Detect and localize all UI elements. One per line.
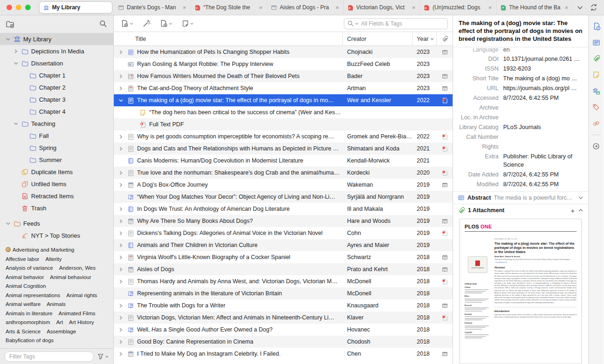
abstract-section[interactable]: Abstract The media is a powerful forc… [453,191,588,204]
tag-filter-options-button[interactable] [97,353,109,360]
table-row[interactable]: How Famous Writers Mourned the Death of … [114,70,453,82]
search-input[interactable] [360,20,444,27]
related-icon[interactable] [590,117,602,130]
tab-victorian-dogs-vict[interactable]: Victorian Dogs, Vict× [344,0,420,15]
expand-twisty-icon[interactable] [118,135,124,138]
table-row[interactable]: Virginia Woolf's Little-Known Biography … [114,251,453,263]
chevron-down-icon[interactable] [578,195,584,201]
tag-anderson-wes[interactable]: Anderson, Wes [59,264,95,273]
info-icon[interactable] [590,20,602,32]
field-value[interactable]: 8/7/2024, 6:42:55 PM [503,170,584,179]
tag-animal-cognition[interactable]: Animal Cognition [6,282,46,291]
tab-close-button[interactable]: × [564,5,569,11]
tab-un-muzzled-dogs[interactable]: (Un)muzzled: Dogs× [420,0,497,15]
expand-twisty-icon[interactable] [118,280,124,283]
sidebar-item-duplicate-items[interactable]: Duplicate Items [0,166,113,178]
tag-arts-science[interactable]: Arts & Science [6,327,40,337]
column-header-creator[interactable]: Creator [343,32,413,46]
expand-twisty-icon[interactable] [118,183,124,187]
expand-twisty-icon[interactable] [118,267,124,271]
table-row[interactable]: Why Are There So Many Books About Dogs?H… [114,215,453,227]
tag-babyfication-of-dogs[interactable]: Babyfication of dogs [6,336,54,345]
tag-animal-behaviour[interactable]: Animal behaviour [50,273,91,282]
table-row[interactable]: I Tried to Make My Dog an Instagram Cele… [114,348,453,360]
sidebar-item-summer[interactable]: Summer [0,154,113,166]
sidebar-item-depictions-in-media[interactable]: Depictions In Media [0,45,113,57]
search-box[interactable] [344,18,448,29]
expand-twisty-icon[interactable] [118,50,124,54]
attachments-icon[interactable] [590,52,602,65]
table-row[interactable]: Why is pet goods consumption imperceptib… [114,130,453,143]
tag-animals[interactable]: Animals [46,300,66,309]
sidebar-item-trash[interactable]: Trash [0,202,113,214]
field-value[interactable]: en [503,48,584,54]
expand-twisty-icon[interactable] [118,171,124,175]
field-value[interactable]: PLoS Journals [503,123,584,131]
collapse-twisty-icon[interactable] [13,122,19,125]
table-row[interactable]: How the Humanization of Pets Is Changing… [114,46,453,58]
sidebar-item-fall[interactable]: Fall [0,130,113,142]
sidebar-item-chapter-2[interactable]: Chapter 2 [0,81,113,93]
expand-twisty-icon[interactable] [118,231,124,235]
tag-animated-films[interactable]: Animated Films [59,309,95,318]
collapse-twisty-icon[interactable] [5,37,11,41]
notes-icon[interactable] [590,69,602,81]
new-collection-button[interactable] [6,20,14,28]
expand-twisty-icon[interactable] [118,86,124,90]
tag-filter-input[interactable] [5,351,93,362]
table-row[interactable]: Good Boy: Canine Representation in Cinem… [114,336,453,348]
expand-twisty-icon[interactable] [118,328,124,332]
sidebar-item-chapter-3[interactable]: Chapter 3 [0,93,113,105]
tab-close-button[interactable]: × [488,5,492,11]
column-header-year[interactable]: Year [413,32,437,46]
expand-twisty-icon[interactable] [118,304,124,307]
sidebar-item-teaching[interactable]: Teaching [0,117,113,130]
table-row[interactable]: Dickens's Talking Dogs: Allegories of An… [114,227,453,239]
locate-icon[interactable] [590,140,602,152]
tag-animal-rights[interactable]: Animal rights [66,291,97,300]
sidebar-item-my-library[interactable]: My Library [0,33,113,45]
tag-art-history[interactable]: Art History [69,318,94,327]
field-value[interactable]: 10.1371/journal.pone.0261 … [503,55,584,63]
sidebar-item-spring[interactable]: Spring [0,142,113,154]
tag-animal-behavior[interactable]: Animal behavior [6,273,44,282]
expand-twisty-icon[interactable] [118,243,124,247]
table-row[interactable]: Thomas Hardy and Animals by Anna West, a… [114,275,453,287]
table-row[interactable]: Animals and Their Children in Victorian … [114,239,453,251]
expand-twisty-icon[interactable] [118,316,124,319]
expand-twisty-icon[interactable] [118,255,124,259]
abstract-icon[interactable] [590,36,602,48]
field-value[interactable]: Publisher: Public Library of Science [503,152,584,169]
expand-twisty-icon[interactable] [118,219,124,223]
tab-the-dog-stole-the[interactable]: “The Dog Stole the× [191,0,268,15]
sync-icon[interactable] [590,4,597,11]
table-row[interactable]: Ryan Gosling & Margot Robbie: The Puppy … [114,58,453,70]
tab-close-button[interactable]: × [335,5,340,11]
expand-twisty-icon[interactable] [118,207,124,211]
child-item-row[interactable]: “The dog hero has been critical to the s… [114,106,453,118]
field-value[interactable]: https://journals.plos.org/pl … [503,84,584,92]
expand-twisty-icon[interactable] [118,352,124,356]
sidebar-item-nyt-top-stories[interactable]: NYT > Top Stories [0,229,113,241]
tag-alterity[interactable]: Alterity [46,255,62,264]
table-row[interactable]: Representing animals in the literature o… [114,287,453,299]
table-row[interactable]: True love and the nonhuman: Shakespeare'… [114,167,453,179]
field-value[interactable]: 8/7/2024, 6:42:55 PM [503,180,584,188]
field-value[interactable]: The making of a (dog) mo … [503,74,584,83]
tag-advertising-and-marketing[interactable]: Advertising and Marketing [6,246,74,255]
tab-the-hound-of-the-ba[interactable]: The Hound of the Ba× [497,0,573,15]
expand-twisty-icon[interactable] [118,147,124,150]
expand-twisty-icon[interactable] [13,49,19,53]
table-row[interactable]: A Dog's Box-Office JourneyWakeman2019 [114,179,453,191]
field-value[interactable]: 8/7/2024, 6:42:55 PM [503,94,584,102]
attachment-preview[interactable]: PLOSONE Check for updates OPEN ACCESS Ci… [453,217,588,364]
table-row[interactable]: Well, Has a Single Good Author Ever Owne… [114,324,453,336]
sidebar-item-chapter-4[interactable]: Chapter 4 [0,105,113,117]
field-value[interactable]: 1932-6203 [503,65,584,73]
tag-animal-welfare[interactable]: Animal welfare [6,300,40,309]
new-note-button[interactable] [179,19,196,29]
zoom-window-button[interactable] [25,5,31,10]
sidebar-item-feeds[interactable]: Feeds [0,217,113,229]
collection-search-icon[interactable] [99,20,107,27]
tabs-menu-chevron-icon[interactable] [577,4,584,11]
